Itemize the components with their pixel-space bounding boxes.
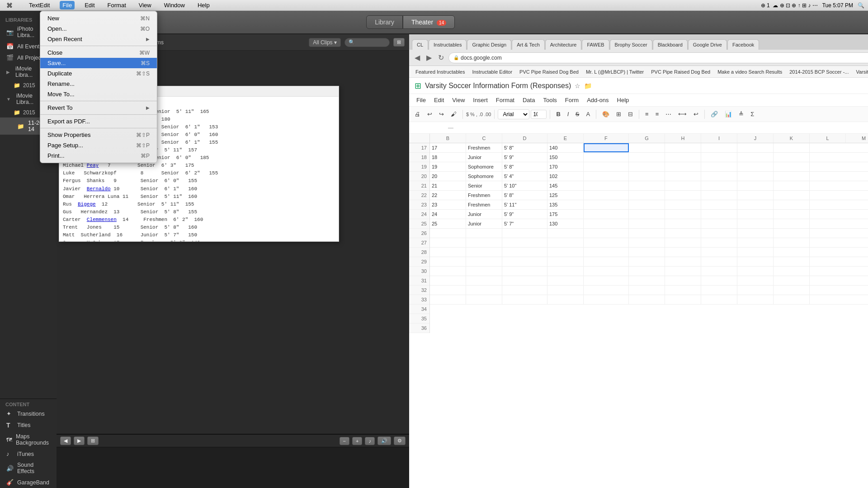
tab-googledrive[interactable]: Google Drive bbox=[688, 39, 727, 50]
cell-26j[interactable] bbox=[737, 229, 774, 238]
cell-18c[interactable]: Junior bbox=[466, 153, 502, 162]
tab-arttech[interactable]: Art & Tech bbox=[512, 39, 545, 50]
redo-button[interactable]: ↪ bbox=[436, 109, 447, 119]
back-button[interactable]: ◀ bbox=[413, 52, 422, 63]
cell-18h[interactable] bbox=[665, 153, 701, 162]
menu-close[interactable]: Close ⌘W bbox=[40, 47, 157, 58]
tab-cl[interactable]: CL bbox=[412, 39, 428, 50]
cell-17j[interactable] bbox=[737, 143, 774, 152]
cell-21g[interactable] bbox=[629, 181, 665, 190]
cell-24b[interactable]: 24 bbox=[430, 210, 466, 219]
cell-26i[interactable] bbox=[701, 229, 737, 238]
cell-26h[interactable] bbox=[665, 229, 701, 238]
cell-26g[interactable] bbox=[629, 229, 665, 238]
cell-23k[interactable] bbox=[774, 200, 810, 209]
menu-data[interactable]: Data bbox=[519, 95, 538, 105]
insert-chart-button[interactable]: 📊 bbox=[722, 109, 735, 119]
cell-23j[interactable] bbox=[737, 200, 774, 209]
italic-button[interactable]: I bbox=[565, 109, 572, 119]
cell-26c[interactable] bbox=[466, 229, 502, 238]
cell-25i[interactable] bbox=[701, 219, 737, 228]
timeline-audio-button[interactable]: ♪ bbox=[365, 437, 375, 445]
cell-20b[interactable]: 20 bbox=[430, 172, 466, 181]
menubar-edit[interactable]: Edit bbox=[82, 1, 97, 9]
cell-17c[interactable]: Freshmen bbox=[466, 143, 502, 152]
cell-18j[interactable] bbox=[737, 153, 774, 162]
cell-17k[interactable] bbox=[774, 143, 810, 152]
menubar-window[interactable]: Window bbox=[161, 1, 188, 9]
cell-26e[interactable] bbox=[547, 229, 584, 238]
align-middle[interactable]: ≡ bbox=[653, 109, 662, 119]
menu-file[interactable]: File bbox=[413, 95, 429, 105]
cell-24d[interactable]: 5' 9" bbox=[502, 210, 547, 219]
cell-23b[interactable]: 23 bbox=[430, 200, 466, 209]
theater-tab[interactable]: Theater 14 bbox=[403, 15, 455, 29]
bookmark-twitter[interactable]: Mr. L (@MrLBCP) | Twitter bbox=[583, 68, 646, 75]
menu-form[interactable]: Form bbox=[561, 95, 582, 105]
cell-21h[interactable] bbox=[665, 181, 701, 190]
wrap-button[interactable]: ↩ bbox=[691, 109, 701, 119]
cell-23e[interactable]: 135 bbox=[547, 200, 584, 209]
cell-23h[interactable] bbox=[665, 200, 701, 209]
tab-brophysoccer[interactable]: Brophy Soccer bbox=[610, 39, 652, 50]
cell-24e[interactable]: 175 bbox=[547, 210, 584, 219]
menubar-file[interactable]: File bbox=[60, 1, 75, 9]
all-clips-dropdown[interactable]: All Clips ▾ bbox=[309, 38, 341, 47]
cell-19e[interactable]: 170 bbox=[547, 162, 584, 171]
cell-25h[interactable] bbox=[665, 219, 701, 228]
cell-21c[interactable]: Senior bbox=[466, 181, 502, 190]
insert-filter-button[interactable]: ≜ bbox=[736, 109, 746, 119]
cell-22g[interactable] bbox=[629, 191, 665, 200]
sidebar-item-itunes[interactable]: ♪ iTunes bbox=[0, 448, 57, 460]
timeline-volume-button[interactable]: 🔊 bbox=[377, 436, 391, 445]
sidebar-item-titles[interactable]: T Titles bbox=[0, 419, 57, 431]
cell-25k[interactable] bbox=[774, 219, 810, 228]
cell-25f[interactable] bbox=[584, 219, 629, 228]
cell-17f[interactable] bbox=[584, 143, 629, 152]
cell-24i[interactable] bbox=[701, 210, 737, 219]
cell-21d[interactable]: 5' 10" bbox=[502, 181, 547, 190]
cell-24g[interactable] bbox=[629, 210, 665, 219]
cell-24j[interactable] bbox=[737, 210, 774, 219]
menu-openrecent[interactable]: Open Recent ▶ bbox=[40, 34, 157, 44]
bookmark-featured[interactable]: Featured Instructables bbox=[413, 68, 467, 75]
print-button[interactable]: 🖨 bbox=[412, 109, 423, 119]
cell-24h[interactable] bbox=[665, 210, 701, 219]
menu-print[interactable]: Print... ⌘P bbox=[40, 150, 157, 161]
strikethrough-button[interactable]: S̶ bbox=[573, 109, 582, 119]
cell-22h[interactable] bbox=[665, 191, 701, 200]
address-bar[interactable]: 🔒 docs.google.com bbox=[448, 52, 868, 63]
cell-19g[interactable] bbox=[629, 162, 665, 171]
menu-open[interactable]: Open... ⌘O bbox=[40, 23, 157, 34]
cell-18f[interactable] bbox=[584, 153, 629, 162]
menubar-textedit[interactable]: TextEdit bbox=[26, 1, 52, 9]
menu-duplicate[interactable]: Duplicate ⌘⇧S bbox=[40, 68, 157, 79]
cell-23g[interactable] bbox=[629, 200, 665, 209]
menu-showprops[interactable]: Show Properties ⌘⇧P bbox=[40, 130, 157, 140]
cell-18i[interactable] bbox=[701, 153, 737, 162]
menubar-format[interactable]: Format bbox=[105, 1, 129, 9]
timeline-fullscreen-button[interactable]: ⊞ bbox=[87, 436, 99, 445]
sidebar-item-soundeffects[interactable]: 🔊 Sound Effects bbox=[0, 460, 57, 477]
cell-26f[interactable] bbox=[584, 229, 629, 238]
undo-button[interactable]: ↩ bbox=[425, 109, 435, 119]
cell-22j[interactable] bbox=[737, 191, 774, 200]
sidebar-item-garageband[interactable]: 🎸 GarageBand bbox=[0, 477, 57, 488]
cell-17i[interactable] bbox=[701, 143, 737, 152]
star-icon[interactable]: ☆ bbox=[575, 82, 580, 89]
menubar-help[interactable]: Help bbox=[195, 1, 212, 9]
cell-25g[interactable] bbox=[629, 219, 665, 228]
menu-pagesetup[interactable]: Page Setup... ⌘⇧P bbox=[40, 140, 157, 150]
cell-26b[interactable] bbox=[430, 229, 466, 238]
cell-20h[interactable] bbox=[665, 172, 701, 181]
cell-19f[interactable] bbox=[584, 162, 629, 171]
font-selector[interactable]: Arial bbox=[498, 109, 529, 119]
align-right[interactable]: ⋯ bbox=[663, 109, 674, 119]
sidebar-item-transitions[interactable]: ✦ Transitions bbox=[0, 408, 57, 419]
cell-23d[interactable]: 5' 11" bbox=[502, 200, 547, 209]
merge-button[interactable]: ⊟ bbox=[625, 109, 636, 119]
cell-21i[interactable] bbox=[701, 181, 737, 190]
menu-format[interactable]: Format bbox=[492, 95, 518, 105]
timeline-zoom-in[interactable]: + bbox=[352, 437, 362, 445]
refresh-button[interactable]: ↻ bbox=[436, 52, 446, 63]
